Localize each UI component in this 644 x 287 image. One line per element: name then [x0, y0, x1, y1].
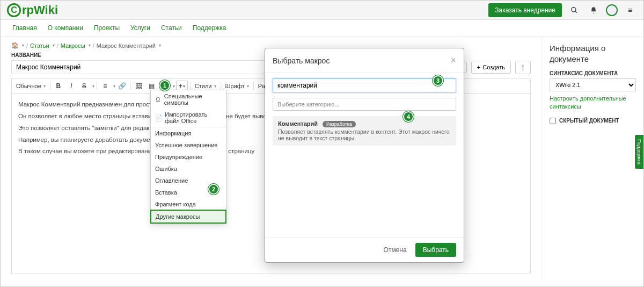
hidden-doc-input[interactable] [550, 118, 556, 124]
avatar[interactable] [606, 4, 618, 16]
select-button[interactable]: Выбрать [415, 243, 456, 257]
dropdown-item[interactable]: Успешное завершение [151, 139, 226, 151]
font-select[interactable]: Шрифт▾ [223, 82, 251, 90]
nav-item[interactable]: Главная [12, 24, 37, 32]
logo-text: rpWiki [22, 3, 58, 17]
modal-title: Выбрать макрос [273, 56, 330, 65]
side-panel: Информация о документе СИНТАКСИС ДОКУМЕН… [541, 37, 643, 279]
image-icon[interactable]: 🖼 [133, 81, 145, 91]
nav-bar: Главная О компании Проекты Услуги Статьи… [1, 20, 643, 37]
dropdown-item-other-macros[interactable]: Другие макросы [150, 210, 226, 224]
list-ul-icon[interactable]: ≡ [99, 81, 111, 91]
menu-icon[interactable]: ≡ [623, 3, 637, 17]
syntax-label: СИНТАКСИС ДОКУМЕНТА [550, 70, 636, 76]
top-bar: CrpWiki Заказать внедрение ≡ [1, 1, 643, 20]
logo[interactable]: CrpWiki [7, 3, 58, 17]
svg-point-0 [572, 7, 576, 11]
modal-footer: Отмена Выбрать [265, 237, 464, 262]
macro-card-title: Комментарий [278, 120, 318, 127]
dropdown-item[interactable]: Фрагмент кода [151, 198, 226, 210]
italic-icon[interactable]: I [65, 81, 77, 91]
hidden-doc-checkbox[interactable]: СКРЫТЫЙ ДОКУМЕНТ [550, 118, 636, 124]
search-icon[interactable] [567, 3, 581, 17]
modal-header: Выбрать макрос × [265, 48, 464, 73]
config-syntax-link[interactable]: Настроить дополнительные синтаксисы [550, 95, 636, 111]
category-select[interactable]: Выберите категорию... [273, 98, 456, 111]
macro-card-desc: Позволяет вставлять комментарии в контен… [278, 128, 451, 141]
dropdown-item-import-office[interactable]: 📄Импортировать файл Office [151, 109, 226, 127]
dropdown-item[interactable]: Информация [151, 127, 226, 139]
dropdown-item[interactable]: Ошибка [151, 163, 226, 175]
logo-mark-icon: C [7, 3, 21, 17]
bold-icon[interactable]: B [53, 81, 64, 91]
more-button[interactable]: ⋮ [515, 61, 531, 74]
omega-icon: Ω [155, 96, 161, 103]
dropdown-item-special-chars[interactable]: ΩСпециальные символы [151, 90, 226, 109]
nav-item[interactable]: Услуги [130, 24, 150, 32]
breadcrumb-current: Макрос Комментарий [97, 42, 156, 49]
cta-button[interactable]: Заказать внедрение [488, 3, 562, 17]
support-tab[interactable]: Поддержка [635, 135, 643, 169]
nav-item[interactable]: Статьи [161, 24, 182, 32]
strike-icon[interactable]: S [78, 81, 90, 91]
nav-item[interactable]: Проекты [94, 24, 120, 32]
callout-badge-3: 3 [433, 75, 443, 86]
macro-search-input[interactable] [273, 78, 456, 92]
breadcrumb-item[interactable]: Статьи [30, 42, 49, 49]
bell-icon[interactable] [587, 3, 601, 17]
create-button[interactable]: + Создать [471, 61, 511, 74]
nav-item[interactable]: О компании [48, 24, 83, 32]
callout-badge-1: 1 [159, 80, 170, 91]
modal-body: Выберите категорию... Комментарий Разраб… [265, 73, 464, 237]
cancel-button[interactable]: Отмена [379, 243, 411, 257]
macro-card-tag: Разработка [323, 121, 356, 127]
breadcrumb-item[interactable]: Макросы [61, 42, 85, 49]
insert-dropdown: ΩСпециальные символы 📄Импортировать файл… [150, 90, 226, 224]
close-icon[interactable]: × [450, 55, 456, 66]
link-icon[interactable]: 🔗 [116, 81, 128, 91]
styles-select[interactable]: Стили▾ [193, 82, 218, 90]
syntax-select[interactable]: XWiki 2.1 [550, 78, 636, 91]
top-actions: Заказать внедрение ≡ [488, 3, 637, 17]
nav-item[interactable]: Поддержка [193, 24, 226, 32]
callout-badge-2: 2 [208, 184, 219, 195]
side-heading: Информация о документе [550, 43, 636, 64]
file-icon: 📄 [155, 114, 162, 121]
home-icon[interactable]: 🏠 [11, 42, 19, 49]
macro-result-card[interactable]: Комментарий Разработка Позволяет вставля… [273, 116, 456, 146]
format-select[interactable]: Обычное▾ [14, 82, 48, 90]
dropdown-item[interactable]: Предупреждение [151, 151, 226, 163]
callout-badge-4: 4 [403, 111, 414, 122]
svg-line-1 [575, 11, 577, 12]
